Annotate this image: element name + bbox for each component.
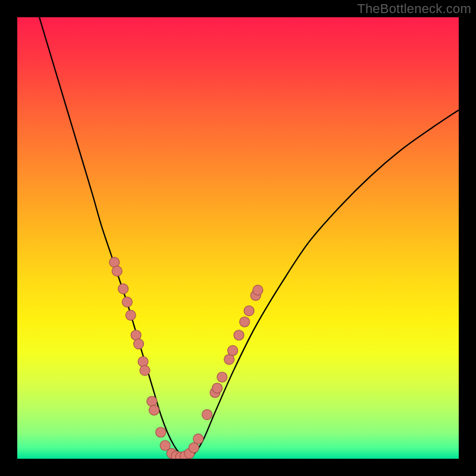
chart-frame: TheBottleneck.com: [0, 0, 476, 476]
gradient-plot-area: [17, 17, 459, 459]
watermark-text: TheBottleneck.com: [357, 1, 471, 17]
